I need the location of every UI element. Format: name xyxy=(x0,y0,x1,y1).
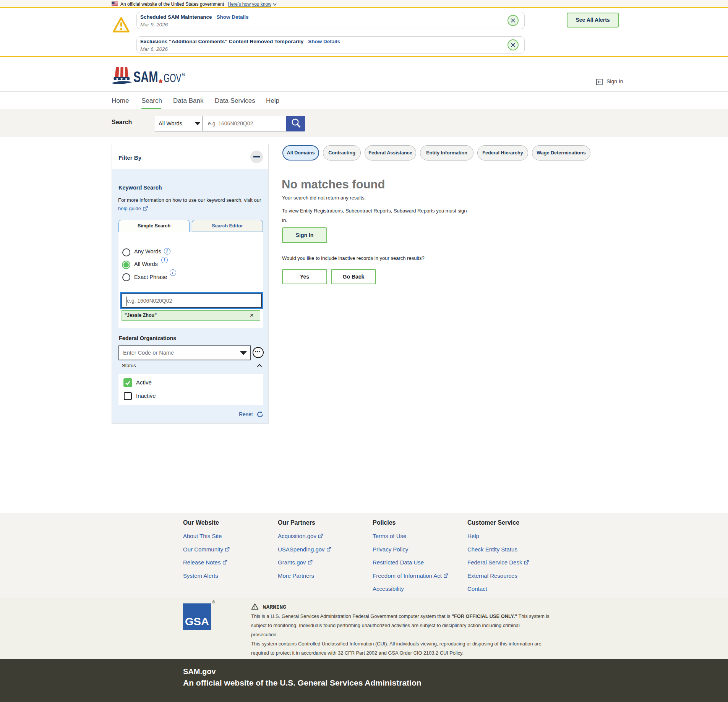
svg-text:GSA: GSA xyxy=(185,616,209,627)
svg-text:GOV: GOV xyxy=(164,71,182,84)
svg-text:SAM: SAM xyxy=(133,68,158,85)
